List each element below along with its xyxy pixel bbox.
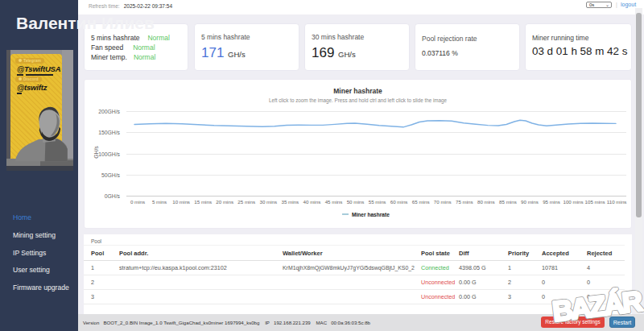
svg-text:55 mins: 55 mins — [369, 199, 386, 205]
svg-text:70 mins: 70 mins — [434, 199, 452, 205]
svg-text:0 mins: 0 mins — [130, 199, 145, 205]
svg-text:BAZÁR: BAZÁR — [551, 285, 644, 327]
svg-text:110 mins: 110 mins — [607, 199, 627, 205]
svg-text:80 mins: 80 mins — [477, 199, 495, 205]
svg-text:10 mins: 10 mins — [172, 199, 190, 205]
svg-text:5 mins: 5 mins — [152, 199, 167, 205]
svg-text:30 mins: 30 mins — [259, 199, 277, 205]
svg-text:40 mins: 40 mins — [303, 199, 321, 205]
svg-text:85 mins: 85 mins — [499, 199, 517, 205]
svg-text:100GH/s: 100GH/s — [98, 151, 120, 157]
svg-text:75 mins: 75 mins — [456, 199, 473, 205]
svg-text:100 mins: 100 mins — [563, 199, 583, 205]
svg-text:45 mins: 45 mins — [325, 199, 343, 205]
svg-text:150GH/s: 150GH/s — [98, 130, 120, 135]
svg-text:50GH/s: 50GH/s — [101, 172, 121, 178]
svg-text:25 mins: 25 mins — [237, 199, 255, 205]
svg-text:15 mins: 15 mins — [194, 199, 212, 205]
svg-text:200GH/s: 200GH/s — [98, 109, 120, 114]
svg-text:20 mins: 20 mins — [216, 199, 233, 205]
svg-text:Miner hashrate: Miner hashrate — [352, 212, 390, 217]
svg-text:35 mins: 35 mins — [281, 199, 299, 205]
svg-text:90 mins: 90 mins — [521, 199, 539, 205]
svg-text:60 mins: 60 mins — [390, 199, 408, 205]
svg-text:50 mins: 50 mins — [347, 199, 365, 205]
svg-text:105 mins: 105 mins — [585, 199, 605, 205]
svg-text:65 mins: 65 mins — [412, 199, 430, 205]
svg-text:GH/s: GH/s — [93, 146, 99, 159]
svg-text:95 mins: 95 mins — [543, 199, 560, 205]
svg-text:0GH/s: 0GH/s — [105, 193, 121, 199]
